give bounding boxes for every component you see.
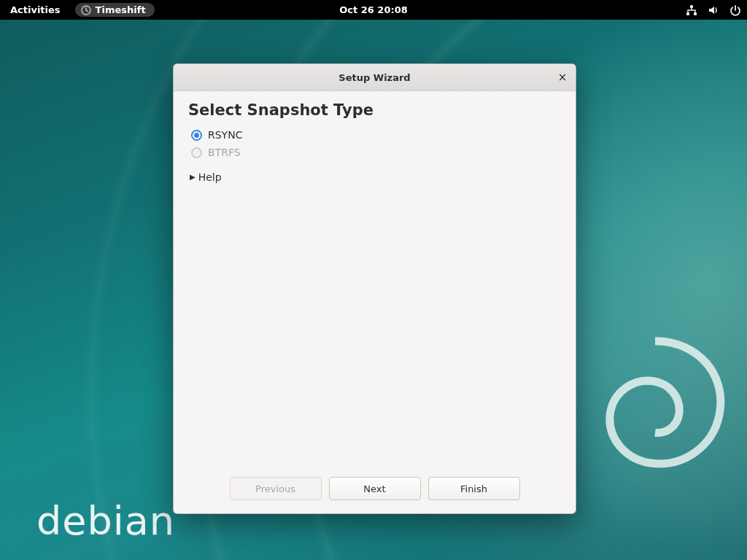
svg-rect-2 [686, 12, 689, 15]
wizard-content: Select Snapshot Type RSYNC BTRFS ▶ Help [174, 91, 576, 470]
top-bar: Activities Timeshift Oct 26 20:08 [0, 0, 747, 20]
setup-wizard-window: Setup Wizard × Select Snapshot Type RSYN… [173, 63, 576, 514]
titlebar[interactable]: Setup Wizard × [174, 64, 576, 91]
previous-button: Previous [230, 477, 322, 500]
radio-label: RSYNC [208, 129, 242, 141]
next-button[interactable]: Next [329, 477, 421, 500]
radio-unselected-icon [191, 147, 202, 158]
desktop-background: debian Activities Timeshift Oct 26 20:08 [0, 0, 747, 560]
radio-selected-icon [191, 130, 202, 141]
page-heading: Select Snapshot Type [188, 101, 561, 119]
distro-wordmark: debian [36, 498, 175, 544]
help-expander[interactable]: ▶ Help [190, 171, 222, 183]
debian-swirl-icon [575, 327, 735, 487]
clock-icon [81, 5, 91, 15]
window-title: Setup Wizard [338, 72, 410, 83]
close-icon: × [558, 71, 568, 84]
clock-label[interactable]: Oct 26 20:08 [339, 4, 408, 15]
action-bar: Previous Next Finish [174, 470, 576, 513]
status-area [686, 4, 741, 16]
radio-label: BTRFS [208, 147, 241, 158]
app-menu-button[interactable]: Timeshift [75, 3, 155, 17]
power-icon[interactable] [729, 4, 741, 16]
snapshot-type-rsync[interactable]: RSYNC [191, 129, 561, 141]
app-menu-label: Timeshift [96, 4, 146, 15]
finish-button[interactable]: Finish [428, 477, 520, 500]
volume-icon[interactable] [708, 4, 719, 16]
expander-label: Help [198, 171, 222, 183]
svg-rect-3 [694, 12, 697, 15]
activities-button[interactable]: Activities [6, 4, 65, 15]
triangle-right-icon: ▶ [190, 174, 196, 181]
network-wired-icon[interactable] [686, 4, 697, 16]
svg-rect-1 [690, 5, 693, 8]
snapshot-type-btrfs: BTRFS [191, 147, 561, 158]
close-button[interactable]: × [554, 69, 571, 86]
